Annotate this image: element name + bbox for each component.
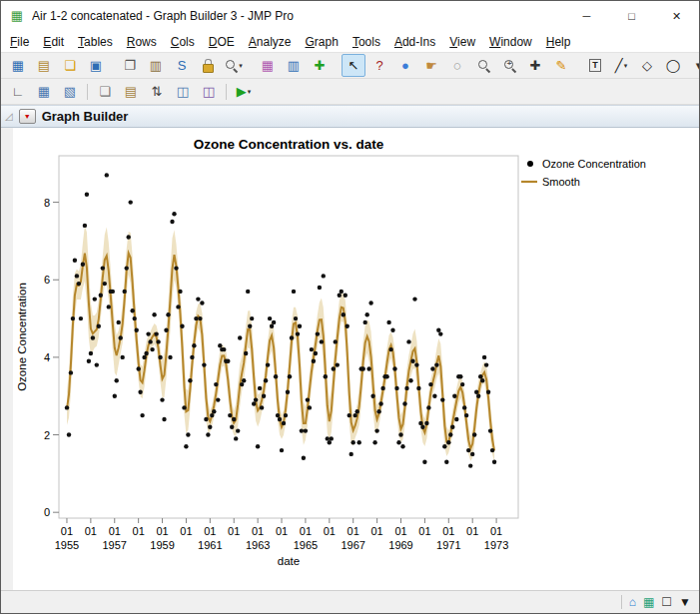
scatter-point[interactable] [408,378,412,382]
save-icon[interactable]: ▣ [84,54,108,77]
scatter-point[interactable] [256,444,260,448]
scatter-point[interactable] [348,413,351,417]
scatter-point[interactable] [274,374,278,378]
scatter-point[interactable] [125,266,129,270]
scatter-point[interactable] [176,305,180,308]
scatter-point[interactable] [418,421,422,425]
scatter-point[interactable] [446,440,450,444]
scatter-point[interactable] [292,290,296,294]
close-button[interactable]: ✕ [654,1,699,31]
scatter-point[interactable] [119,335,123,339]
scatter-point[interactable] [430,366,434,370]
scatter-point[interactable] [276,413,280,417]
scatter-point[interactable] [71,316,75,320]
scatter-point[interactable] [244,351,248,355]
scatter-point[interactable] [468,463,472,467]
scatter-point[interactable] [322,274,326,278]
scatter-point[interactable] [140,413,144,417]
scatter-point[interactable] [368,301,372,305]
scatter-point[interactable] [478,374,482,378]
scatter-point[interactable] [464,413,468,417]
scatter-point[interactable] [312,359,316,363]
help-tool-icon[interactable]: ? [367,54,391,77]
scatter-point[interactable] [268,316,272,320]
scatter-point[interactable] [186,432,190,436]
scatter-point[interactable] [353,413,357,417]
scatter-point[interactable] [492,460,496,464]
scatter-point[interactable] [238,335,242,339]
scatter-point[interactable] [318,286,322,290]
hand-tool-icon[interactable]: ☛ [419,54,443,77]
scatter-point[interactable] [95,362,99,366]
scatter-point[interactable] [294,316,298,320]
join-tables-icon[interactable]: ◫ [171,80,195,103]
scatter-point[interactable] [416,386,420,390]
menu-analyze[interactable]: Analyze [242,33,299,51]
scatter-point[interactable] [376,409,380,413]
scatter-point[interactable] [334,339,338,343]
scatter-point[interactable] [180,324,184,328]
scatter-point[interactable] [442,444,446,448]
scatter-point[interactable] [178,290,182,294]
scatter-point[interactable] [386,320,390,324]
scatter-point[interactable] [148,339,152,343]
menu-window[interactable]: Window [482,33,539,51]
x-axis[interactable]: 0119550101195701011959010119610101196301… [55,518,509,551]
scatter-point[interactable] [188,378,192,382]
scatter-point[interactable] [99,294,103,298]
annotate-polygon-icon[interactable]: ◇ [635,54,659,77]
scatter-point[interactable] [216,397,220,401]
arrow-tool-icon[interactable]: ↖ [342,54,365,77]
scatter-point[interactable] [396,440,400,444]
scatter-point[interactable] [342,312,346,316]
column-info-icon[interactable]: ▧ [58,80,82,103]
scatter-point[interactable] [340,290,344,294]
scatter-point[interactable] [350,452,353,456]
menu-view[interactable]: View [442,33,482,51]
split-table-icon[interactable]: ◫ [197,80,221,103]
scatter-point[interactable] [234,436,238,440]
scatter-point[interactable] [390,328,394,332]
annotate-oval-icon[interactable]: ◯ [661,54,685,77]
run-script-icon[interactable]: ▶▾ [232,80,256,103]
search-icon[interactable]: ▾ [222,54,246,77]
scatter-point[interactable] [226,359,230,363]
scatter-point[interactable] [414,362,418,366]
status-caret-icon[interactable]: ▼ [679,596,691,608]
scatter-point[interactable] [460,382,464,386]
scatter-point[interactable] [308,405,312,409]
scatter-point[interactable] [93,297,97,301]
scatter-point[interactable] [83,224,87,228]
scatter-point[interactable] [154,331,158,335]
scatter-point[interactable] [194,316,198,320]
scatter-point[interactable] [351,440,355,444]
scatter-point[interactable] [372,440,376,444]
legend-label[interactable]: Ozone Concentration [542,158,646,170]
scatter-point[interactable] [152,312,156,316]
open-icon[interactable]: ❏ [58,54,82,77]
scatter-point[interactable] [470,452,474,456]
scatter-point[interactable] [115,378,119,382]
chart-table-icon[interactable]: ▥ [282,54,306,77]
scatter-point[interactable] [466,448,470,452]
scatter-point[interactable] [288,374,292,378]
y-axis[interactable]: 02468 [44,197,59,519]
window-tile-icon[interactable]: ❏ [93,80,117,103]
scatter-point[interactable] [378,401,382,405]
scatter-point[interactable] [380,386,384,390]
scatter-point[interactable] [144,351,148,355]
scatter-point[interactable] [406,339,410,343]
scatter-point[interactable] [170,220,174,224]
scatter-point[interactable] [240,382,244,386]
scatter-point[interactable] [448,432,452,436]
scatter-point[interactable] [266,362,270,366]
scatter-point[interactable] [150,347,154,351]
scatter-point[interactable] [85,193,89,197]
scatter-point[interactable] [482,355,486,359]
scatter-point[interactable] [142,355,146,359]
tabulate-icon[interactable]: ▦ [256,54,280,77]
scatter-point[interactable] [452,394,456,398]
scatter-point[interactable] [280,448,284,452]
scatter-point[interactable] [428,382,432,386]
scatter-point[interactable] [434,362,438,366]
